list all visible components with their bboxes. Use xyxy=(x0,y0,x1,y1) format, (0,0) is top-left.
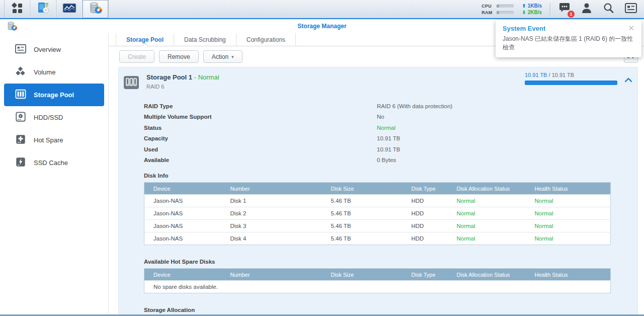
ram-usage-bar xyxy=(497,11,514,14)
detail-row: Used 10.91 TB xyxy=(144,144,637,155)
file-station-button[interactable] xyxy=(30,0,56,18)
table-cell: HDD xyxy=(403,232,448,245)
widgets-button[interactable] xyxy=(625,3,637,15)
search-button[interactable] xyxy=(603,3,614,16)
column-header[interactable]: Disk Type xyxy=(403,269,448,281)
sidebar-item-overview[interactable]: Overview xyxy=(4,38,104,61)
column-header[interactable]: Number xyxy=(221,183,322,195)
hot-spare-title: Available Hot Spare Disks xyxy=(144,259,637,265)
sidebar-item-label: Storage Pool xyxy=(34,91,74,99)
detail-row: RAID Type RAID 6 (With data protection) xyxy=(144,101,637,112)
disk-info-table: Device Number Disk Size Disk Type Disk A… xyxy=(144,182,611,245)
create-button[interactable]: Create xyxy=(119,50,154,63)
file-station-icon xyxy=(37,2,50,17)
sidebar-item-hot-spare[interactable]: Hot Spare xyxy=(4,129,104,151)
collapse-button[interactable] xyxy=(624,75,632,85)
table-cell: HDD xyxy=(403,195,448,207)
action-button[interactable]: Action ▾ xyxy=(203,50,243,63)
close-icon[interactable]: ✕ xyxy=(628,25,634,31)
table-row[interactable]: Jason-NASDisk 35.46 TBHDDNormalNormal xyxy=(144,220,611,232)
system-event-toast[interactable]: System Event ✕ Jason-NAS 已結束儲存集區 1 (RAID… xyxy=(496,20,641,57)
sidebar-item-label: Hot Spare xyxy=(34,136,63,144)
detail-row: Status Normal xyxy=(144,122,637,133)
table-cell: Jason-NAS xyxy=(144,220,221,232)
pool-details: RAID Type RAID 6 (With data protection) … xyxy=(144,101,637,166)
notification-badge: 1 xyxy=(568,11,575,18)
sidebar-item-label: SSD Cache xyxy=(34,159,68,167)
pool-raid-type: RAID 6 xyxy=(146,84,219,90)
table-cell: Disk 4 xyxy=(221,232,322,245)
table-row[interactable]: Jason-NASDisk 45.46 TBHDDNormalNormal xyxy=(144,232,611,245)
column-header[interactable]: Disk Allocation Status xyxy=(448,269,526,281)
storage-manager-button[interactable] xyxy=(83,0,109,18)
table-cell: Normal xyxy=(526,220,611,232)
resource-monitor-button[interactable] xyxy=(56,0,83,18)
tab-data-scrubbing[interactable]: Data Scrubbing xyxy=(174,33,236,46)
column-header[interactable]: Disk Type xyxy=(403,183,448,195)
widgets-icon xyxy=(625,3,637,15)
sidebar-item-storage-pool[interactable]: Storage Pool xyxy=(4,84,104,106)
storage-pool-panel[interactable]: Storage Pool 1 - Normal RAID 6 10.91 TB … xyxy=(118,67,638,316)
table-cell: Jason-NAS xyxy=(144,232,221,245)
detail-row: Available 0 Bytes xyxy=(144,155,637,166)
table-header-row: Device Number Disk Size Disk Type Disk A… xyxy=(144,269,611,281)
caret-down-icon: ▾ xyxy=(231,54,234,59)
table-cell: 5.46 TB xyxy=(322,220,403,232)
table-header-row: Device Number Disk Size Disk Type Disk A… xyxy=(144,183,611,195)
sidebar-item-ssd-cache[interactable]: SSD Cache xyxy=(4,151,104,174)
sidebar-item-hdd-ssd[interactable]: HDD/SSD xyxy=(4,106,104,129)
pool-capacity: 10.91 TB / 10.91 TB xyxy=(525,72,617,85)
taskbar-right: CPU RAM ⬆ 1KB/s ⬇ 2KB/s xyxy=(481,0,644,18)
tab-configurations[interactable]: Configurations xyxy=(236,33,296,46)
toast-message: Jason-NAS 已結束儲存集區 1 (RAID 6) 的一致性檢查 xyxy=(503,35,634,52)
system-meters: CPU RAM xyxy=(481,4,514,15)
table-cell: Normal xyxy=(448,220,526,232)
column-header[interactable]: Health Status xyxy=(526,269,611,281)
sidebar-item-label: HDD/SSD xyxy=(34,114,63,121)
search-icon xyxy=(603,3,614,16)
hot-spare-icon xyxy=(15,134,26,146)
table-cell: 5.46 TB xyxy=(322,195,403,207)
notifications-button[interactable]: 1 xyxy=(558,3,571,16)
column-header[interactable]: Number xyxy=(221,269,322,281)
column-header[interactable]: Disk Size xyxy=(322,269,403,281)
table-cell: HDD xyxy=(403,220,448,232)
table-row[interactable]: Jason-NASDisk 25.46 TBHDDNormalNormal xyxy=(144,207,611,220)
overview-icon xyxy=(15,44,26,55)
pool-list: Storage Pool 1 - Normal RAID 6 10.91 TB … xyxy=(109,67,644,316)
detail-row: Multiple Volume Support No xyxy=(144,112,637,123)
pool-name: Storage Pool 1 xyxy=(146,73,192,81)
column-header[interactable]: Disk Allocation Status xyxy=(448,183,526,195)
table-cell: Normal xyxy=(526,207,611,220)
table-cell: Normal xyxy=(526,195,611,207)
pool-icon xyxy=(123,74,139,93)
capacity-used: 10.91 TB xyxy=(525,72,547,78)
empty-row: No spare disks available. xyxy=(144,281,611,293)
capacity-bar xyxy=(525,81,617,85)
main-menu-button[interactable] xyxy=(4,0,30,18)
remove-button[interactable]: Remove xyxy=(159,50,199,63)
volume-icon xyxy=(15,66,26,78)
sidebar-item-label: Overview xyxy=(34,46,61,53)
table-cell: Normal xyxy=(448,195,526,207)
upload-speed: 1KB/s xyxy=(528,3,542,9)
user-button[interactable] xyxy=(582,3,592,16)
sidebar-item-volume[interactable]: Volume xyxy=(4,61,104,84)
table-cell: 5.46 TB xyxy=(322,232,403,245)
empty-message: No spare disks available. xyxy=(144,281,611,293)
pool-status: Normal xyxy=(198,73,219,81)
column-header[interactable]: Disk Size xyxy=(322,183,403,195)
column-header[interactable]: Health Status xyxy=(526,183,611,195)
column-header[interactable]: Device xyxy=(144,183,221,195)
upload-icon: ⬆ xyxy=(522,3,526,9)
cpu-usage-bar xyxy=(497,5,514,8)
table-cell: HDD xyxy=(403,207,448,220)
column-header[interactable]: Device xyxy=(144,269,221,281)
table-cell: Normal xyxy=(448,207,526,220)
taskbar-separator xyxy=(550,3,550,15)
table-cell: Disk 1 xyxy=(221,195,322,207)
storage-manager-mini-icon[interactable] xyxy=(7,21,18,34)
ram-meter: RAM xyxy=(481,10,514,15)
table-row[interactable]: Jason-NASDisk 15.46 TBHDDNormalNormal xyxy=(144,195,611,207)
tab-storage-pool[interactable]: Storage Pool xyxy=(116,33,174,46)
